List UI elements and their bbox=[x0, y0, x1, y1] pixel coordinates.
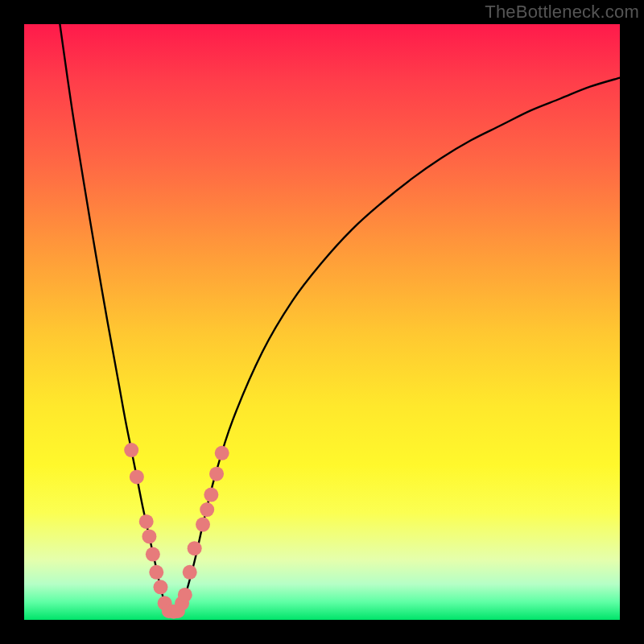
marker-dot bbox=[130, 469, 144, 484]
chart-svg bbox=[24, 24, 620, 620]
marker-dot bbox=[178, 588, 192, 602]
marker-dot bbox=[196, 518, 210, 532]
curve-right bbox=[179, 78, 620, 611]
marker-dot bbox=[188, 541, 202, 555]
marker-dot bbox=[153, 580, 167, 594]
watermark-text: TheBottleneck.com bbox=[485, 2, 639, 23]
marker-group bbox=[124, 443, 229, 619]
marker-dot bbox=[204, 488, 218, 502]
marker-dot bbox=[209, 467, 224, 481]
marker-dot bbox=[200, 502, 214, 517]
plot-area bbox=[24, 24, 620, 620]
marker-dot bbox=[146, 547, 160, 562]
marker-dot bbox=[142, 529, 156, 543]
marker-dot bbox=[149, 565, 163, 580]
marker-dot bbox=[124, 443, 138, 457]
chart-frame: TheBottleneck.com bbox=[0, 0, 644, 644]
marker-dot bbox=[215, 446, 229, 460]
marker-dot bbox=[139, 514, 154, 529]
marker-dot bbox=[183, 565, 197, 580]
